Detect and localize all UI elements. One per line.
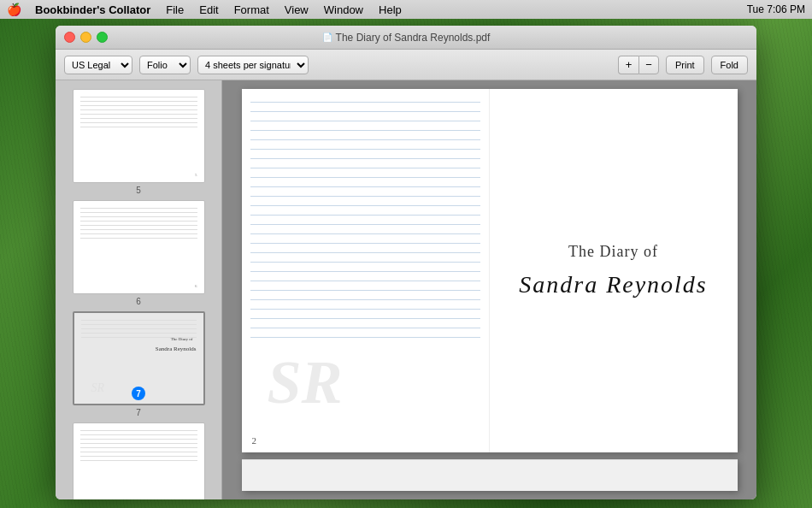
thumbnail-page-6[interactable]: 6 6 (70, 200, 207, 306)
app-name[interactable]: Bookbinder's Collator (28, 2, 157, 18)
menu-view[interactable]: View (278, 2, 315, 18)
thumbnail-page-8[interactable]: 8 8 (70, 422, 207, 499)
app-window: 📄 The Diary of Sandra Reynolds.pdf US Le… (56, 26, 756, 499)
thumb-6-label: 6 (136, 297, 141, 306)
page-number: 2 (252, 435, 257, 446)
diary-title-line1: The Diary of (568, 243, 658, 261)
layout-select[interactable]: Folio (139, 56, 191, 74)
menubar-time: Tue 7:06 PM (747, 3, 805, 15)
paper-size-select[interactable]: US Legal (64, 56, 132, 74)
preview-page: SR 2 The Diary of Sandra Reynolds (242, 89, 738, 452)
menu-help[interactable]: Help (372, 2, 409, 18)
window-title: 📄 The Diary of Sandra Reynolds.pdf (322, 32, 491, 44)
preview-partial-page (242, 459, 738, 491)
thumb-5-label: 5 (136, 186, 141, 195)
window-title-text: The Diary of Sandra Reynolds.pdf (336, 32, 491, 44)
toolbar: US Legal Folio 4 sheets per signature + … (56, 50, 756, 80)
title-bar: 📄 The Diary of Sandra Reynolds.pdf (56, 26, 756, 50)
menu-edit[interactable]: Edit (192, 2, 225, 18)
fold-button[interactable]: Fold (711, 56, 748, 74)
page-left-half: SR 2 (242, 89, 490, 452)
thumb-7-label: 7 (136, 408, 141, 417)
thumb-5-wrapper: 5 (73, 89, 205, 183)
diary-title-line2: Sandra Reynolds (519, 271, 708, 298)
zoom-in-button[interactable]: + (618, 56, 638, 74)
sheets-select[interactable]: 4 sheets per signature (197, 56, 309, 74)
menu-window[interactable]: Window (317, 2, 370, 18)
page-right-half: The Diary of Sandra Reynolds (490, 89, 738, 452)
menubar: 🍎 Bookbinder's Collator File Edit Format… (0, 0, 812, 19)
traffic-lights (64, 32, 108, 43)
menu-format[interactable]: Format (227, 2, 276, 18)
zoom-out-button[interactable]: − (638, 56, 659, 74)
sidebar: 5 5 6 6 (56, 80, 222, 499)
thumb-5-pagenum: 5 (195, 173, 197, 177)
preview-area[interactable]: SR 2 The Diary of Sandra Reynolds (222, 80, 756, 499)
maximize-button[interactable] (97, 32, 108, 43)
close-button[interactable] (64, 32, 75, 43)
pdf-icon: 📄 (322, 32, 332, 42)
thumb-6-lines (80, 208, 197, 286)
menu-file[interactable]: File (159, 2, 191, 18)
thumb-7-wrapper: The Diary of Sandra Reynolds SR 7 (73, 311, 205, 405)
thumb-7-diary-title: The Diary of (171, 337, 193, 341)
thumbnail-page-7[interactable]: The Diary of Sandra Reynolds SR 7 7 (70, 311, 207, 417)
thumb-7-badge: 7 (132, 387, 145, 400)
thumb-8-wrapper: 8 (73, 422, 205, 499)
thumb-5-lines (80, 97, 197, 175)
content-area: 5 5 6 6 (56, 80, 756, 499)
apple-menu[interactable]: 🍎 (7, 3, 21, 16)
minimize-button[interactable] (80, 32, 91, 43)
zoom-controls: + − (618, 56, 659, 74)
thumb-6-pagenum: 6 (195, 284, 197, 288)
thumbnail-page-5[interactable]: 5 5 (70, 89, 207, 195)
thumb-6-wrapper: 6 (73, 200, 205, 294)
print-button[interactable]: Print (666, 56, 704, 74)
thumb-7-watermark: SR (91, 381, 105, 395)
thumb-7-name: Sandra Reynolds (156, 346, 197, 352)
thumb-8-lines (80, 430, 197, 499)
watermark: SR (268, 347, 343, 418)
